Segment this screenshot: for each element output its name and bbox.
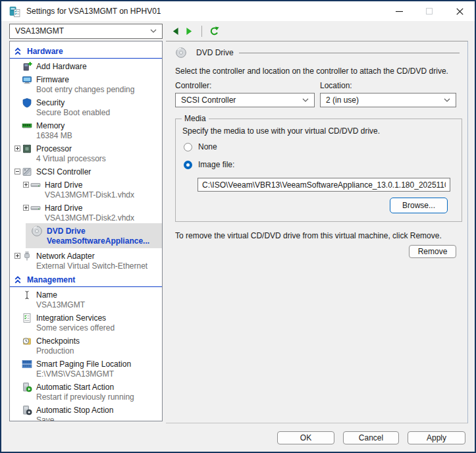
radio-none-label: None — [198, 142, 217, 151]
sidebar-subtext: 4 Virtual processors — [36, 154, 162, 164]
sidebar-item-processor[interactable]: Processor — [10, 143, 162, 154]
expand-plus-icon[interactable] — [21, 205, 30, 211]
toolbar-separator — [201, 26, 202, 37]
header-rule — [239, 53, 460, 53]
minimize-button[interactable] — [384, 1, 414, 21]
hardware-tree: Hardware Add Hardware Firmware Boot entr… — [9, 41, 163, 421]
sidebar-item-checkpoints[interactable]: Checkpoints — [10, 335, 162, 346]
sidebar-subtext: VSA13MGMT-Disk2.vhdx — [45, 213, 162, 223]
location-select[interactable]: 2 (in use) — [320, 93, 456, 107]
radio-image-file[interactable]: Image file: — [184, 160, 455, 169]
sidebar-subtext: Restart if previously running — [36, 392, 162, 402]
expand-plus-icon[interactable] — [13, 253, 22, 259]
sidebar-item-scsi-controller[interactable]: SCSI Controller — [10, 166, 162, 177]
forward-arrow-icon — [186, 27, 193, 36]
close-button[interactable] — [444, 1, 475, 21]
hard-drive-icon — [30, 180, 41, 190]
add-hardware-icon — [22, 61, 32, 72]
integration-services-icon — [22, 313, 32, 323]
panel-intro-text: Select the controller and location on th… — [175, 67, 460, 76]
sidebar-subtext: Some services offered — [36, 323, 162, 333]
window-title: Settings for VSA13MGMT on HPHV01 — [26, 7, 161, 16]
memory-icon — [22, 120, 32, 131]
name-ibeam-icon — [22, 290, 32, 300]
section-header-management[interactable]: Management — [10, 273, 162, 287]
smart-paging-icon — [22, 359, 32, 369]
ok-button[interactable]: OK — [277, 431, 334, 444]
titlebar: Settings for VSA13MGMT on HPHV01 — [1, 1, 475, 21]
controller-select-value: SCSI Controller — [181, 95, 236, 105]
expand-plus-icon[interactable] — [13, 146, 22, 151]
refresh-button[interactable] — [209, 26, 219, 36]
vm-selector-value: VSA13MGMT — [15, 26, 64, 36]
sidebar-item-dvd-drive-selected[interactable]: DVD Drive VeeamSoftwareAppliance... — [26, 223, 162, 248]
media-legend: Media — [182, 114, 209, 123]
sidebar-item-network-adapter[interactable]: Network Adapter — [10, 250, 162, 261]
section-header-hardware[interactable]: Hardware — [10, 45, 162, 59]
image-file-input[interactable] — [198, 178, 450, 192]
sidebar-item-name[interactable]: Name — [10, 289, 162, 300]
sidebar-subtext: Save — [36, 415, 162, 421]
controller-select[interactable]: SCSI Controller — [175, 93, 315, 107]
browse-button[interactable]: Browse... — [390, 198, 448, 213]
dvd-drive-settings-panel: DVD Drive Select the controller and loca… — [166, 41, 468, 423]
sidebar-item-auto-start-action[interactable]: Automatic Start Action — [10, 381, 162, 392]
navigate-back-button[interactable] — [172, 27, 179, 36]
chevron-down-icon — [444, 98, 450, 102]
minimize-icon — [396, 8, 403, 15]
radio-none[interactable]: None — [184, 142, 455, 151]
sidebar-item-hard-drive-1[interactable]: Hard Drive — [10, 179, 162, 190]
sidebar-item-security[interactable]: Security — [10, 97, 162, 108]
cancel-button[interactable]: Cancel — [343, 431, 399, 444]
sidebar-item-firmware[interactable]: Firmware — [10, 74, 162, 85]
collapse-chevrons-icon — [14, 276, 21, 284]
collapse-minus-icon[interactable] — [13, 169, 22, 174]
remove-button[interactable]: Remove — [409, 245, 456, 258]
panel-header: DVD Drive — [175, 47, 460, 59]
vm-selector[interactable]: VSA13MGMT — [9, 24, 163, 39]
sidebar-item-integration-services[interactable]: Integration Services — [10, 312, 162, 323]
close-icon — [456, 8, 463, 15]
expand-plus-icon[interactable] — [21, 182, 30, 188]
radio-image-file-label: Image file: — [198, 160, 234, 169]
panel-title: DVD Drive — [196, 48, 234, 57]
sidebar-item-hard-drive-2[interactable]: Hard Drive — [10, 202, 162, 213]
sidebar-item-smart-paging[interactable]: Smart Paging File Location — [10, 358, 162, 369]
sidebar-item-memory[interactable]: Memory — [10, 120, 162, 131]
sidebar-subtext: Boot entry changes pending — [36, 85, 162, 95]
remove-instruction-text: To remove the virtual CD/DVD drive from … — [175, 231, 460, 240]
location-label: Location: — [320, 81, 456, 90]
sidebar-subtext: VSA13MGMT-Disk1.vhdx — [45, 190, 162, 200]
sidebar-subtext: VSA13MGMT — [36, 300, 162, 310]
apply-button[interactable]: Apply — [408, 431, 465, 444]
sidebar-subtext: External Virtual Switch-Ethernet — [36, 261, 162, 271]
collapse-chevrons-icon — [14, 47, 21, 55]
checkpoints-icon — [22, 336, 32, 346]
radio-none-circle[interactable] — [184, 143, 192, 151]
sidebar-item-auto-stop-action[interactable]: Automatic Stop Action — [10, 404, 162, 415]
controller-label: Controller: — [175, 81, 315, 90]
dvd-drive-icon — [175, 47, 187, 59]
media-groupbox: Media Specify the media to use with your… — [175, 114, 462, 222]
sidebar-subtext: 16384 MB — [36, 131, 162, 141]
sidebar-subtext: VeeamSoftwareAppliance... — [47, 236, 162, 246]
hyperv-settings-icon — [9, 6, 20, 17]
location-select-value: 2 (in use) — [326, 95, 359, 105]
back-arrow-icon — [172, 27, 179, 36]
network-adapter-icon — [22, 251, 32, 261]
sidebar-subtext: Secure Boot enabled — [36, 108, 162, 118]
auto-stop-action-icon — [22, 405, 32, 415]
maximize-icon — [426, 8, 433, 14]
maximize-button-disabled — [414, 1, 444, 21]
sidebar-item-add-hardware[interactable]: Add Hardware — [10, 61, 162, 72]
navigate-forward-button[interactable] — [186, 27, 193, 36]
refresh-icon — [209, 26, 219, 36]
dialog-footer: OK Cancel Apply — [1, 431, 465, 444]
radio-image-file-circle-checked[interactable] — [184, 161, 192, 169]
settings-window: Settings for VSA13MGMT on HPHV01 VSA13MG… — [0, 0, 476, 453]
chevron-down-icon — [150, 29, 157, 33]
scsi-controller-icon — [22, 167, 32, 177]
toolbar: VSA13MGMT — [1, 21, 475, 41]
processor-icon — [22, 144, 32, 154]
firmware-icon — [22, 74, 32, 85]
